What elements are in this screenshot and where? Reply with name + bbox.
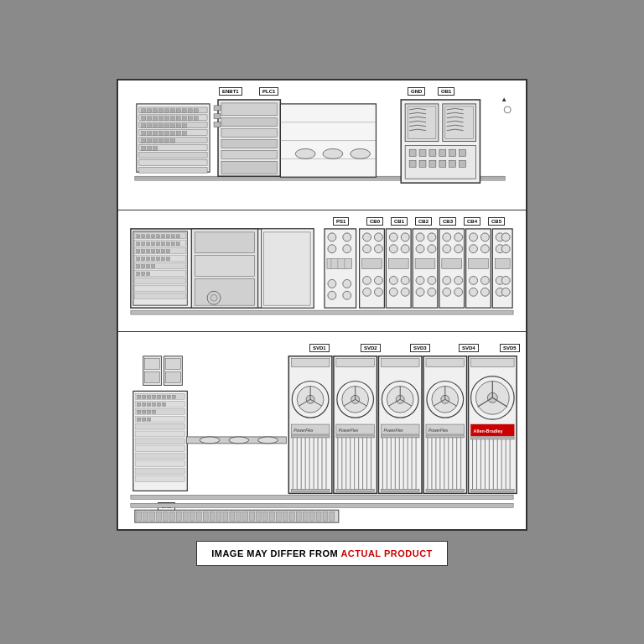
svg-rect-238 [136, 438, 185, 444]
svg-rect-247 [153, 395, 156, 398]
svg-point-197 [454, 244, 463, 252]
svg-rect-255 [153, 402, 156, 406]
svg-rect-100 [135, 255, 186, 261]
svg-rect-223 [131, 495, 513, 499]
svg-rect-33 [148, 123, 152, 127]
label-svd1: SVD1 [309, 344, 330, 352]
svg-rect-135 [157, 257, 160, 260]
svg-rect-119 [157, 242, 160, 245]
svg-rect-8 [139, 144, 207, 150]
svg-point-159 [328, 279, 336, 288]
svg-rect-23 [148, 116, 152, 120]
svg-rect-26 [165, 116, 169, 120]
svg-rect-303 [336, 434, 375, 437]
svg-rect-371 [203, 512, 208, 521]
svg-rect-246 [148, 395, 151, 398]
svg-point-176 [389, 244, 397, 252]
svg-rect-385 [296, 512, 301, 521]
svg-rect-235 [136, 416, 185, 422]
svg-point-212 [480, 288, 489, 296]
svg-rect-75 [405, 103, 439, 141]
svg-point-214 [496, 232, 504, 241]
svg-rect-248 [158, 395, 161, 398]
svg-point-206 [470, 244, 478, 252]
svg-rect-46 [176, 131, 180, 135]
svg-rect-38 [176, 123, 180, 127]
svg-rect-263 [143, 418, 146, 421]
svg-rect-242 [136, 468, 185, 474]
svg-rect-25 [159, 116, 164, 120]
svg-rect-67 [280, 103, 376, 176]
svg-rect-146 [195, 231, 254, 252]
caption-prefix: IMAGE MAY DIFFER FROM [211, 548, 340, 558]
svg-rect-254 [148, 402, 151, 406]
svg-rect-141 [152, 264, 155, 267]
svg-point-196 [443, 244, 451, 252]
svg-rect-88 [429, 160, 436, 167]
svg-rect-4 [139, 114, 207, 120]
svg-text:PowerFlex: PowerFlex [383, 428, 403, 432]
svg-rect-14 [153, 108, 158, 112]
svg-rect-99 [135, 247, 186, 253]
drawing-frame: ENBT1 PLC1 GND OB1 [117, 79, 527, 531]
svg-point-271 [292, 381, 329, 418]
svg-point-190 [428, 276, 436, 284]
svg-rect-107 [142, 234, 145, 237]
svg-rect-143 [142, 272, 145, 275]
svg-text:▲: ▲ [501, 95, 507, 102]
svg-rect-342 [471, 358, 515, 366]
svg-point-201 [443, 288, 451, 296]
svg-rect-82 [429, 149, 436, 156]
svg-point-268 [258, 436, 278, 443]
svg-rect-244 [138, 395, 141, 398]
svg-rect-376 [236, 512, 242, 521]
svg-point-326 [432, 386, 459, 413]
svg-rect-269 [288, 356, 332, 493]
svg-point-191 [416, 288, 424, 296]
svg-rect-134 [152, 257, 155, 260]
svg-point-169 [363, 276, 371, 284]
svg-rect-144 [147, 272, 150, 275]
svg-rect-10 [139, 159, 207, 165]
label-ob1: OB1 [438, 87, 454, 96]
label-enbt1: ENBT1 [219, 87, 242, 96]
label-cb3: CB3 [439, 217, 456, 226]
svg-rect-368 [183, 512, 188, 521]
svg-point-180 [401, 276, 409, 284]
svg-point-309 [396, 395, 404, 403]
svg-rect-21 [194, 108, 198, 112]
svg-rect-260 [148, 410, 151, 413]
svg-rect-375 [230, 512, 235, 521]
svg-point-186 [416, 244, 424, 252]
svg-rect-120 [162, 242, 165, 245]
svg-rect-361 [137, 512, 142, 521]
svg-rect-122 [171, 242, 174, 245]
svg-point-272 [297, 386, 324, 413]
svg-rect-304 [336, 489, 375, 491]
svg-point-219 [496, 276, 504, 284]
svg-rect-76 [408, 106, 436, 138]
svg-rect-183 [413, 228, 438, 307]
svg-rect-380 [263, 512, 268, 521]
svg-point-205 [480, 232, 489, 241]
svg-rect-81 [419, 149, 426, 156]
svg-rect-101 [135, 262, 186, 268]
svg-rect-61 [221, 139, 277, 148]
section-top: ENBT1 PLC1 GND OB1 [118, 80, 526, 210]
svg-rect-98 [135, 240, 186, 246]
svg-rect-42 [153, 131, 158, 135]
svg-rect-6 [139, 129, 207, 135]
svg-point-170 [374, 276, 382, 284]
svg-rect-365 [164, 512, 169, 521]
svg-rect-85 [460, 149, 466, 156]
svg-rect-188 [415, 258, 435, 268]
svg-point-172 [374, 288, 382, 296]
svg-point-199 [443, 276, 451, 284]
svg-point-209 [470, 276, 478, 284]
svg-rect-389 [323, 512, 328, 521]
svg-point-204 [470, 232, 478, 241]
svg-rect-229 [166, 358, 181, 369]
svg-rect-103 [135, 278, 186, 283]
bottom-section-diagram: PowerFlex [118, 332, 526, 529]
svg-rect-383 [283, 512, 288, 521]
